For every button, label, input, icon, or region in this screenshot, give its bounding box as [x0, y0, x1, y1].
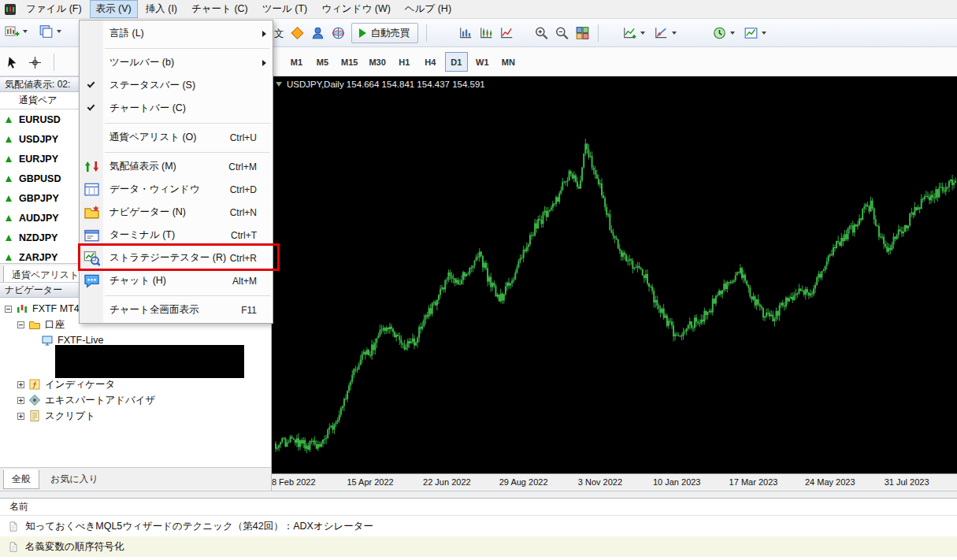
- timeframes-toolbar: M1M5M15M30H1H4D1W1MN: [285, 52, 520, 72]
- globe-icon[interactable]: [331, 26, 346, 40]
- templates-button[interactable]: [742, 24, 768, 42]
- timeframe-m5[interactable]: M5: [311, 52, 334, 72]
- menubar-help[interactable]: ヘルプ (H): [399, 0, 458, 18]
- view-menu-item-fullscreen[interactable]: チャート全画面表示F11: [80, 299, 273, 321]
- diamond-icon[interactable]: [290, 26, 305, 40]
- terminal-article-row[interactable]: 名義変数の順序符号化: [0, 536, 957, 557]
- timeframe-d1[interactable]: D1: [445, 52, 468, 72]
- menu-separator: [80, 149, 273, 155]
- line-chart-icon[interactable]: [499, 26, 514, 40]
- menubar-view[interactable]: 表示 (V): [90, 0, 138, 18]
- new-order-button-partial[interactable]: 文: [274, 25, 284, 41]
- symbol-label: GBPJPY: [19, 193, 59, 204]
- menu-item-label: ターミナル (T): [109, 228, 175, 242]
- menubar-charts[interactable]: チャート (C): [185, 0, 254, 18]
- time-axis-label: 24 May 2023: [805, 477, 855, 487]
- chat-icon: [83, 273, 100, 289]
- profiles-button[interactable]: [37, 23, 63, 40]
- terminal-column-header[interactable]: 名前: [0, 499, 957, 516]
- person-icon[interactable]: [310, 26, 325, 40]
- toolbar-right-group: 文 自動売買: [274, 23, 768, 43]
- symbol-label: GBPUSD: [19, 173, 61, 184]
- terminal-article-row[interactable]: 知っておくべきMQL5ウィザードのテクニック（第42回）：ADXオシレーター: [0, 516, 957, 536]
- indicator-list-icon: [622, 26, 637, 40]
- app-icon: [5, 4, 16, 15]
- crosshair-button[interactable]: [28, 56, 42, 69]
- timeframe-h1[interactable]: H1: [393, 52, 416, 72]
- indicators-icon: [28, 378, 41, 391]
- one-click-collapse-icon[interactable]: [276, 82, 282, 87]
- symbol-label: AUDJPY: [19, 213, 59, 224]
- dropdown-arrow-icon: [672, 32, 677, 35]
- menu-shortcut: Ctrl+D: [230, 184, 266, 195]
- periods-button[interactable]: [710, 24, 736, 42]
- candlestick-chart[interactable]: [272, 76, 957, 473]
- menubar-window[interactable]: ウィンドウ (W): [315, 0, 397, 18]
- expand-icon[interactable]: [17, 381, 24, 388]
- menu-shortcut: Alt+M: [232, 276, 266, 287]
- expert-advisors-icon: [28, 394, 41, 406]
- view-menu-item-chat[interactable]: チャット (H)Alt+M: [80, 269, 273, 292]
- navigator-tab-favorites[interactable]: お気に入り: [42, 469, 107, 489]
- tile-windows-icon[interactable]: [575, 26, 590, 40]
- symbol-label: EURJPY: [19, 154, 58, 165]
- menubar-file[interactable]: ファイル (F): [20, 0, 88, 18]
- menu-separator: [80, 292, 273, 299]
- zoom-out-icon[interactable]: [555, 26, 569, 40]
- autotrading-button[interactable]: 自動売買: [351, 23, 418, 43]
- tree-item-label: インディケータ: [45, 378, 115, 391]
- zoom-in-icon[interactable]: [534, 26, 549, 40]
- panel-splitter[interactable]: [0, 491, 957, 498]
- market-watch-icon: [83, 158, 100, 175]
- line-studies-group: [6, 54, 57, 71]
- tree-item-expert-advisors[interactable]: エキスパートアドバイザ: [0, 392, 271, 408]
- checkmark-icon: [87, 80, 95, 88]
- accounts-folder-icon: [28, 318, 41, 331]
- timeframe-m15[interactable]: M15: [337, 52, 362, 72]
- tick-up-icon: [6, 215, 12, 221]
- timeframe-w1[interactable]: W1: [471, 52, 494, 72]
- chart-panel[interactable]: USDJPY,Daily 154.664 154.841 154.437 154…: [272, 76, 957, 491]
- view-menu-item-symbol-list[interactable]: 通貨ペアリスト (O)Ctrl+U: [80, 126, 273, 149]
- mt4-window: ファイル (F)表示 (V)挿入 (I)チャート (C)ツール (T)ウィンドウ…: [0, 0, 957, 560]
- cursor-button[interactable]: [6, 56, 19, 69]
- view-menu-item-charts-bar[interactable]: チャートバー (C): [80, 97, 273, 120]
- timeframe-m30[interactable]: M30: [365, 52, 389, 72]
- timeframe-mn[interactable]: MN: [497, 52, 520, 72]
- menu-item-label: ツールバー (b): [109, 56, 174, 69]
- expand-icon[interactable]: [17, 397, 24, 404]
- timeframe-m1[interactable]: M1: [285, 52, 308, 72]
- indicator-list-button[interactable]: [621, 24, 647, 42]
- live-account-icon: [41, 334, 54, 347]
- tree-item-label: エキスパートアドバイザ: [45, 394, 155, 407]
- tree-item-scripts[interactable]: スクリプト: [0, 408, 271, 424]
- menubar-insert[interactable]: 挿入 (I): [139, 0, 184, 18]
- chart-time-axis[interactable]: 8 Feb 202215 Apr 202222 Jun 202229 Aug 2…: [272, 473, 957, 491]
- autotrading-label: 自動売買: [371, 27, 410, 40]
- view-menu-item-language[interactable]: 言語 (L): [80, 22, 273, 45]
- clock-icon: [712, 26, 727, 40]
- view-menu-item-status-bar[interactable]: ステータスバー (S): [80, 74, 273, 97]
- candlestick-chart-icon[interactable]: [479, 26, 494, 40]
- menu-item-label: 通貨ペアリスト (O): [109, 131, 197, 144]
- object-list-button[interactable]: [652, 24, 678, 42]
- document-icon: [8, 521, 19, 532]
- view-menu-item-toolbars[interactable]: ツールバー (b): [80, 51, 273, 74]
- strategy-tester-highlight: [78, 243, 280, 271]
- tree-item-label: FXTF MT4: [32, 303, 80, 314]
- timeframe-h4[interactable]: H4: [419, 52, 442, 72]
- submenu-arrow-icon: [262, 31, 266, 37]
- tree-item-indicators[interactable]: インディケータ: [0, 376, 271, 392]
- menubar-tools[interactable]: ツール (T): [256, 0, 314, 18]
- new-chart-button[interactable]: [3, 23, 29, 40]
- menubar: ファイル (F)表示 (V)挿入 (I)チャート (C)ツール (T)ウィンドウ…: [0, 0, 957, 19]
- menu-shortcut: Ctrl+T: [231, 230, 266, 241]
- view-menu-item-market-watch[interactable]: 気配値表示 (M)Ctrl+M: [80, 155, 273, 178]
- view-menu-item-data-window[interactable]: データ・ウィンドウCtrl+D: [80, 178, 273, 201]
- navigator-tab-common[interactable]: 全般: [3, 469, 39, 489]
- collapse-icon[interactable]: [17, 321, 24, 328]
- view-menu-item-navigator[interactable]: ナビゲーター (N)Ctrl+N: [80, 201, 273, 224]
- collapse-icon[interactable]: [5, 306, 12, 313]
- bar-chart-icon[interactable]: [458, 26, 473, 40]
- expand-icon[interactable]: [17, 413, 24, 420]
